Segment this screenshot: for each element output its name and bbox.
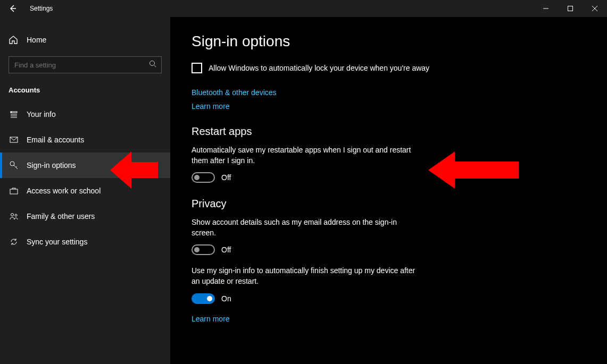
nav-label: Email & accounts bbox=[27, 136, 84, 144]
learn-more-link[interactable]: Learn more bbox=[192, 102, 586, 111]
people-icon bbox=[9, 211, 19, 221]
svg-point-3 bbox=[11, 112, 12, 113]
sync-icon bbox=[9, 237, 19, 247]
svg-rect-0 bbox=[568, 6, 573, 11]
restart-apps-toggle[interactable] bbox=[192, 172, 215, 183]
maximize-button[interactable] bbox=[558, 0, 583, 17]
privacy-desc2: Use my sign-in info to automatically fin… bbox=[192, 266, 420, 286]
restart-apps-toggle-state: Off bbox=[221, 173, 231, 182]
privacy-heading: Privacy bbox=[192, 198, 586, 210]
privacy-toggle1-row: Off bbox=[192, 244, 586, 255]
search-box[interactable] bbox=[9, 56, 162, 73]
svg-marker-10 bbox=[428, 151, 519, 189]
annotation-arrow-right bbox=[428, 149, 519, 191]
restart-apps-desc: Automatically save my restartable apps w… bbox=[192, 145, 420, 166]
privacy-toggle2-state: On bbox=[221, 294, 231, 303]
svg-point-7 bbox=[11, 214, 14, 216]
window-controls bbox=[534, 0, 607, 17]
close-button[interactable] bbox=[583, 0, 607, 17]
nav-family[interactable]: Family & other users bbox=[0, 204, 170, 229]
briefcase-icon bbox=[9, 186, 19, 196]
nav-label: Family & other users bbox=[27, 212, 95, 221]
titlebar: Settings bbox=[0, 0, 607, 17]
bluetooth-devices-link[interactable]: Bluetooth & other devices bbox=[192, 88, 586, 97]
dynamic-lock-label: Allow Windows to automatically lock your… bbox=[209, 64, 429, 72]
search-icon bbox=[149, 60, 156, 70]
maximize-icon bbox=[568, 6, 573, 11]
svg-marker-9 bbox=[110, 151, 158, 189]
back-button[interactable] bbox=[0, 0, 26, 17]
home-button[interactable]: Home bbox=[0, 30, 170, 50]
learn-more-link-2[interactable]: Learn more bbox=[192, 315, 586, 323]
nav-label: Sign-in options bbox=[27, 161, 76, 170]
minimize-icon bbox=[543, 6, 548, 11]
window-title: Settings bbox=[30, 5, 53, 12]
privacy-toggle2[interactable] bbox=[192, 293, 215, 304]
page-title: Sign-in options bbox=[192, 33, 586, 50]
search-input[interactable] bbox=[9, 56, 162, 73]
nav-label: Your info bbox=[27, 110, 56, 118]
restart-apps-toggle-row: Off bbox=[192, 172, 586, 183]
privacy-toggle2-row: On bbox=[192, 293, 586, 304]
privacy-toggle1[interactable] bbox=[192, 244, 215, 255]
back-arrow-icon bbox=[9, 4, 17, 13]
restart-apps-heading: Restart apps bbox=[192, 125, 586, 138]
home-icon bbox=[9, 35, 19, 45]
svg-point-1 bbox=[150, 61, 155, 66]
close-icon bbox=[592, 6, 597, 11]
nav-your-info[interactable]: Your info bbox=[0, 101, 170, 127]
privacy-toggle1-state: Off bbox=[221, 246, 231, 254]
home-label: Home bbox=[27, 36, 46, 44]
svg-rect-6 bbox=[10, 189, 18, 194]
section-title: Accounts bbox=[0, 83, 170, 101]
nav-label: Access work or school bbox=[27, 187, 101, 195]
key-icon bbox=[9, 160, 19, 170]
person-icon bbox=[9, 109, 19, 119]
privacy-desc1: Show account details such as my email ad… bbox=[192, 217, 420, 238]
dynamic-lock-row: Allow Windows to automatically lock your… bbox=[192, 63, 586, 73]
dynamic-lock-checkbox[interactable] bbox=[192, 63, 202, 73]
annotation-arrow-left bbox=[110, 149, 158, 191]
content-pane: Sign-in options Allow Windows to automat… bbox=[170, 17, 607, 364]
minimize-button[interactable] bbox=[534, 0, 558, 17]
svg-point-5 bbox=[10, 162, 14, 166]
nav-label: Sync your settings bbox=[27, 238, 87, 246]
svg-point-8 bbox=[15, 214, 17, 216]
nav-sync[interactable]: Sync your settings bbox=[0, 229, 170, 255]
mail-icon bbox=[9, 135, 19, 145]
